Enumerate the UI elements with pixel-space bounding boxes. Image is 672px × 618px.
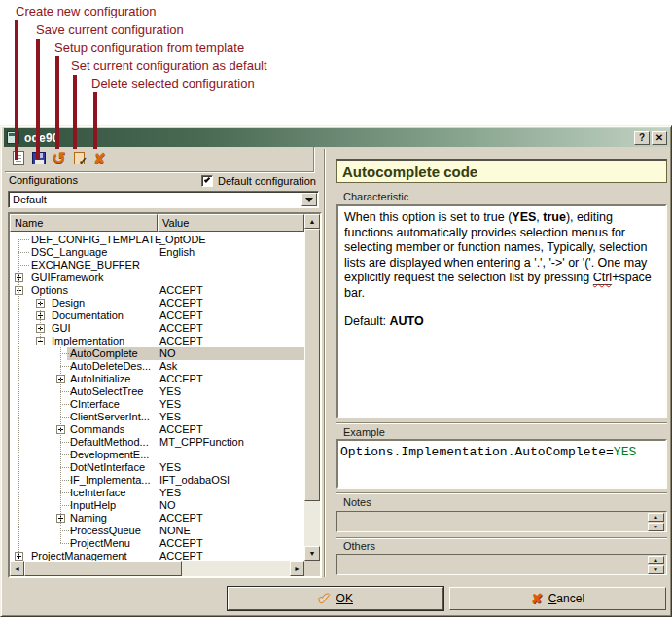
configuration-dialog: ode90 ? ✕ ↺✓✘ Configurations Default con… <box>0 125 672 617</box>
characteristic-label: Characteristic <box>343 191 408 202</box>
others-spin-up-button[interactable]: ▲ <box>648 556 664 564</box>
tree-row[interactable]: InputHelpNO <box>10 499 304 512</box>
separator <box>336 537 667 539</box>
tree-row[interactable]: AutoSelectTreeYES <box>10 385 304 398</box>
tree-row[interactable]: ProjectMenuACCEPT <box>10 537 304 550</box>
tree-item-name: EXCHANGE_BUFFER <box>31 259 140 272</box>
notes-field[interactable]: ▲ ▼ <box>336 511 667 532</box>
tree-row[interactable]: AutoInitializeACCEPT <box>10 373 304 385</box>
panel-splitter[interactable] <box>324 149 326 577</box>
tree-item-name: DotNetInterface <box>70 461 145 474</box>
tree-row[interactable]: ImplementationACCEPT <box>10 335 304 347</box>
tree-item-name: ProcessQueue <box>70 525 141 537</box>
cancel-button[interactable]: ✘ Cancel <box>449 587 666 610</box>
tree-item-value: NONE <box>159 525 191 537</box>
tree-item-value: ACCEPT <box>159 284 203 297</box>
notes-spin-up-button[interactable]: ▲ <box>648 513 664 522</box>
scroll-left-button[interactable]: ◄ <box>10 561 24 576</box>
tree-item-name: GUIFramework <box>31 272 104 284</box>
tree-row[interactable]: DevelopmentE... <box>10 449 304 461</box>
tree-spine <box>60 347 61 543</box>
scrollbar-corner <box>304 561 320 576</box>
annotation-label: Create new configuration <box>16 4 157 18</box>
tree-item-value: ACCEPT <box>159 373 203 385</box>
tree-item-value: IFT_odabaOSI <box>159 474 230 487</box>
tree-row[interactable]: DesignACCEPT <box>10 297 304 309</box>
tree-item-value: ACCEPT <box>159 537 203 550</box>
tree-row[interactable]: DefaultMethod...MT_CPPFunction <box>10 436 304 449</box>
notes-spin-down-button[interactable]: ▼ <box>648 523 664 531</box>
tree-row[interactable]: DEF_CONFIG_TEMPLATE_OptODE <box>10 234 304 246</box>
tree-item-name: Naming <box>70 512 107 525</box>
separator <box>336 422 667 424</box>
tree-row[interactable]: AutoDeleteDes...Ask <box>10 360 304 373</box>
tree-row[interactable]: ClientServerInt...YES <box>10 411 304 423</box>
save-configuration-icon[interactable] <box>30 150 47 166</box>
tree-row[interactable]: ProcessQueueNONE <box>10 525 304 537</box>
separator <box>336 492 667 494</box>
delete-configuration-icon[interactable]: ✘ <box>91 150 108 166</box>
tree-item-name: ProjectManagement <box>31 550 126 561</box>
tree-row[interactable]: OptionsACCEPT <box>10 284 304 297</box>
detail-header: Autocomplete code <box>336 159 667 183</box>
configuration-select[interactable]: Default <box>8 191 319 208</box>
combo-dropdown-button[interactable] <box>301 193 317 206</box>
tree-row[interactable]: NamingACCEPT <box>10 512 304 525</box>
default-configuration-checkbox[interactable] <box>201 175 213 187</box>
example-textbox[interactable]: Options.Implementation.AutoComplete=YES <box>336 439 667 489</box>
tree-spine <box>18 239 19 556</box>
horizontal-scrollbar-thumb[interactable] <box>24 561 182 576</box>
tree-item-name: CInterface <box>70 398 120 411</box>
tree-row[interactable]: DotNetInterfaceYES <box>10 461 304 474</box>
detail-title: Autocomplete code <box>337 161 666 180</box>
scroll-up-button[interactable]: ▲ <box>304 214 320 229</box>
tree-item-name: GUI <box>52 322 71 335</box>
annotation-label: Save current configuration <box>36 22 184 37</box>
tree-item-value: ACCEPT <box>159 297 203 309</box>
tree-item-name: Documentation <box>52 309 124 322</box>
example-label: Example <box>343 426 385 438</box>
scroll-down-button[interactable]: ▼ <box>304 546 320 561</box>
tree-item-name: ClientServerInt... <box>70 411 150 423</box>
tree-item-value: YES <box>159 461 181 474</box>
new-configuration-icon[interactable] <box>10 150 26 166</box>
tree-item-name: Options <box>31 284 68 297</box>
tree-item-value: ACCEPT <box>159 309 203 322</box>
tree-row[interactable]: IceInterfaceYES <box>10 487 304 499</box>
window-icon <box>7 131 19 144</box>
scroll-right-button[interactable]: ► <box>290 561 304 576</box>
tree-item-value: ACCEPT <box>159 335 203 347</box>
tree-item-value: ACCEPT <box>159 423 203 436</box>
checkmark-icon <box>204 176 210 182</box>
others-spin-down-button[interactable]: ▼ <box>648 565 664 574</box>
tree-item-name: IF_Implementa... <box>70 474 151 487</box>
set-default-configuration-icon[interactable]: ✓ <box>71 150 88 166</box>
tree-row[interactable]: DocumentationACCEPT <box>10 309 304 322</box>
tree-item-name: AutoInitialize <box>70 373 130 385</box>
tree-row[interactable]: ProjectManagementACCEPT <box>10 550 304 561</box>
tree-row[interactable]: CommandsACCEPT <box>10 423 304 436</box>
vertical-scrollbar-thumb[interactable] <box>304 229 320 501</box>
tree-row[interactable]: GUIFramework <box>10 272 304 284</box>
characteristic-default: Default: AUTO <box>338 305 665 334</box>
title-bar[interactable]: ode90 ? ✕ <box>4 128 670 147</box>
tree-row[interactable]: EXCHANGE_BUFFER <box>10 259 304 272</box>
others-field[interactable]: ▲ ▼ <box>336 554 667 575</box>
tree-row[interactable]: GUIACCEPT <box>10 322 304 335</box>
tree-item-name: IceInterface <box>70 487 125 499</box>
tree-item-value: YES <box>159 398 181 411</box>
tree-row[interactable]: DSC_LanguageEnglish <box>10 246 304 259</box>
chevron-down-icon <box>305 198 313 202</box>
setup-from-template-icon[interactable]: ↺ <box>51 150 67 166</box>
tree-row[interactable]: AutoCompleteNO <box>10 347 304 360</box>
tree-row[interactable]: CInterfaceYES <box>10 398 304 411</box>
default-configuration-label: Default configuration <box>218 175 316 187</box>
tree-row[interactable]: IF_Implementa...IFT_odabaOSI <box>10 474 304 487</box>
tree-item-name: Design <box>52 297 85 309</box>
configuration-tree: Name Value DEF_CONFIG_TEMPLATE_OptODEDSC… <box>8 212 322 578</box>
characteristic-textbox[interactable]: When this option is set to true (YES, tr… <box>336 204 667 418</box>
close-button[interactable]: ✕ <box>652 131 667 145</box>
configuration-toolbar: ↺✓✘ <box>5 147 314 172</box>
help-button[interactable]: ? <box>634 131 650 145</box>
ok-button[interactable]: ✔ OK <box>228 587 443 610</box>
